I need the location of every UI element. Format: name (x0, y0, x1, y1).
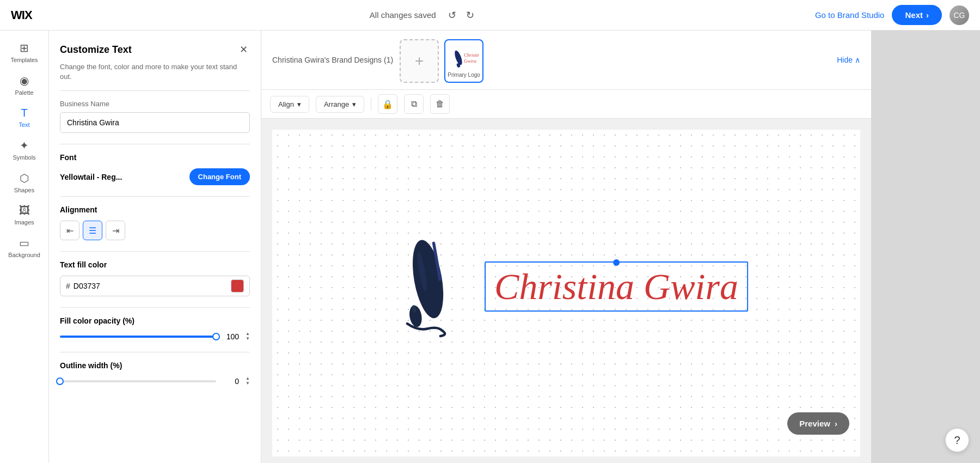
svg-text:Christina: Christina (464, 52, 479, 58)
background-icon: ▭ (19, 236, 29, 249)
sidebar-item-palette[interactable]: ◉ Palette (3, 70, 46, 100)
customize-title: Customize Text (60, 44, 132, 56)
logo-thumbnail-preview: Christina Gwira (449, 45, 479, 71)
align-toolbar-button[interactable]: Align ▾ (270, 96, 309, 113)
alignment-row: ⇤ ☰ ⇥ (60, 221, 250, 240)
redo-button[interactable]: ↻ (463, 6, 477, 25)
canvas-toolbar: Align ▾ Arrange ▾ 🔒 ⧉ 🗑 (261, 90, 871, 119)
hide-label: Hide (837, 56, 853, 64)
topbar-left: WIX (11, 8, 32, 22)
opacity-label: Fill color opacity (%) (60, 316, 250, 325)
outline-value: 0 (223, 377, 239, 386)
section-sep-2 (60, 196, 250, 197)
opacity-group: Fill color opacity (%) 100 ▲ ▼ (60, 316, 250, 341)
logo-strip: Christina Gwira's Brand Designs (1) + Ch… (261, 31, 871, 90)
trash-icon: 🗑 (436, 99, 444, 109)
logo-thumbnail-label: Primary Logo (448, 72, 480, 78)
align-chevron-icon: ▾ (297, 100, 301, 108)
hide-button[interactable]: Hide ∧ (837, 56, 860, 64)
arrange-toolbar-label: Arrange (324, 100, 349, 108)
lock-button[interactable]: 🔒 (378, 94, 397, 114)
next-label: Next (905, 10, 923, 20)
pen-illustration (384, 232, 471, 341)
customize-body: Business Name Font Yellowtail - Reg... C… (49, 91, 261, 463)
brand-studio-button[interactable]: Go to Brand Studio (815, 10, 885, 20)
opacity-slider[interactable] (60, 336, 216, 338)
outline-up-button[interactable]: ▲ (246, 376, 250, 381)
business-name-input[interactable] (60, 112, 250, 133)
customize-panel: Customize Text ✕ Change the font, color … (49, 31, 261, 463)
symbols-icon: ✦ (20, 139, 29, 152)
sidebar-item-images[interactable]: 🖼 Images (3, 200, 46, 230)
logo-strip-left: Christina Gwira's Brand Designs (1) + Ch… (272, 37, 483, 83)
outline-down-button[interactable]: ▼ (246, 381, 250, 386)
outline-row: 0 ▲ ▼ (60, 376, 250, 386)
preview-button[interactable]: Preview › (787, 412, 849, 435)
opacity-thumb[interactable] (212, 333, 220, 340)
help-button[interactable]: ? (945, 428, 969, 452)
color-swatch[interactable] (231, 279, 244, 293)
sidebar-item-templates[interactable]: ⊞ Templates (3, 37, 46, 68)
sidebar-item-label: Background (8, 252, 40, 258)
sidebar-item-background[interactable]: ▭ Background (3, 232, 46, 263)
customize-subtitle: Change the font, color and more to make … (49, 62, 261, 90)
opacity-down-button[interactable]: ▼ (246, 337, 250, 341)
opacity-up-button[interactable]: ▲ (246, 332, 250, 336)
outline-slider[interactable] (60, 380, 216, 382)
outline-label: Outline width (%) (60, 361, 250, 370)
sidebar-item-label: Images (14, 219, 34, 226)
wix-logo: WIX (11, 8, 32, 22)
arrange-toolbar-button[interactable]: Arrange ▾ (316, 96, 364, 113)
customize-header: Customize Text ✕ (49, 31, 261, 62)
change-font-button[interactable]: Change Font (189, 168, 250, 185)
sidebar-item-label: Text (19, 121, 29, 128)
align-center-button[interactable]: ☰ (83, 221, 102, 240)
undo-redo-group: ↺ ↻ (445, 6, 477, 25)
section-sep-1 (60, 144, 250, 144)
lock-icon: 🔒 (382, 99, 393, 109)
color-hash: # (66, 282, 70, 290)
sidebar-item-text[interactable]: T Text (3, 102, 46, 132)
next-button[interactable]: Next › (892, 5, 942, 25)
avatar[interactable]: CG (950, 5, 969, 25)
logo-strip-title: Christina Gwira's Brand Designs (1) (272, 56, 393, 64)
alignment-label: Alignment (60, 205, 250, 214)
outline-thumb[interactable] (56, 377, 64, 385)
logo-thumbnail[interactable]: Christina Gwira Primary Logo (444, 39, 483, 83)
business-name-group: Business Name (60, 100, 250, 133)
text-selection-box: Christina Gwira (485, 261, 748, 312)
outline-spinner: ▲ ▼ (246, 376, 250, 386)
opacity-value: 100 (223, 332, 239, 341)
font-row: Yellowtail - Reg... Change Font (60, 168, 250, 185)
delete-button[interactable]: 🗑 (430, 94, 450, 114)
all-changes-saved: All changes saved (370, 10, 436, 20)
opacity-spinner: ▲ ▼ (246, 332, 250, 341)
text-icon: T (21, 107, 27, 119)
align-toolbar-label: Align (278, 100, 294, 108)
copy-button[interactable]: ⧉ (404, 94, 424, 114)
logo-add-button[interactable]: + (400, 39, 439, 83)
preview-label: Preview (799, 419, 830, 428)
sidebar-item-shapes[interactable]: ⬡ Shapes (3, 167, 46, 198)
copy-icon: ⧉ (411, 99, 417, 109)
align-left-icon: ⇤ (66, 226, 74, 236)
images-icon: 🖼 (19, 204, 30, 217)
align-right-icon: ⇥ (112, 226, 119, 236)
color-value-input[interactable] (74, 282, 228, 290)
canvas-area: Christina Gwira's Brand Designs (1) + Ch… (261, 31, 871, 463)
templates-icon: ⊞ (20, 41, 29, 54)
close-button[interactable]: ✕ (237, 41, 250, 58)
align-left-button[interactable]: ⇤ (60, 221, 79, 240)
canvas-main[interactable]: Christina Gwira Preview › (261, 119, 871, 463)
sidebar-item-label: Symbols (13, 154, 35, 161)
section-sep-5 (60, 352, 250, 352)
outline-group: Outline width (%) 0 ▲ ▼ (60, 361, 250, 386)
sidebar-item-label: Palette (15, 89, 33, 96)
sidebar-item-symbols[interactable]: ✦ Symbols (3, 135, 46, 165)
shapes-icon: ⬡ (20, 172, 29, 185)
align-right-button[interactable]: ⇥ (106, 221, 125, 240)
opacity-row: 100 ▲ ▼ (60, 332, 250, 341)
text-fill-color-group: Text fill color # (60, 260, 250, 296)
undo-button[interactable]: ↺ (445, 6, 460, 25)
color-input-wrap[interactable]: # (60, 276, 250, 296)
